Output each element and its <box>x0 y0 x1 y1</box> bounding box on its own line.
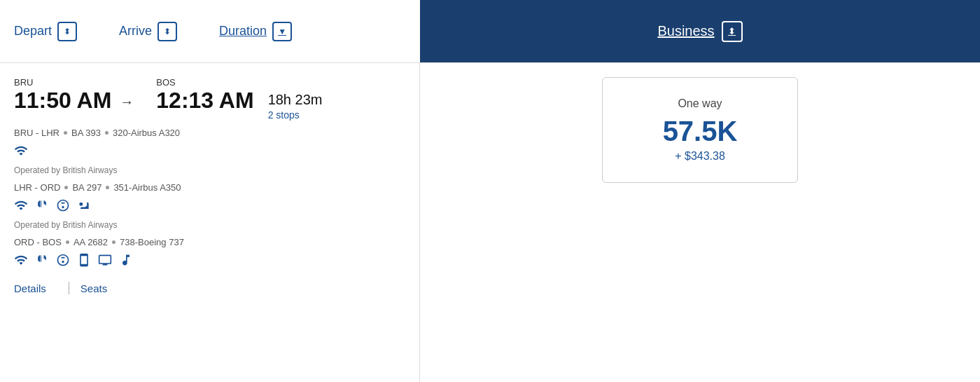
class-selector-panel: Business ⬍ <box>420 0 980 62</box>
business-label: Business <box>657 23 714 39</box>
duration-sort-label: Duration <box>219 24 267 39</box>
depart-section: BRU 11:50 AM <box>14 77 111 114</box>
seats-button[interactable]: Seats <box>80 282 118 294</box>
seg2-flight: BA 297 <box>72 182 102 193</box>
seg2-route: LHR - ORD <box>14 182 60 193</box>
dot-sep <box>64 131 67 135</box>
arrive-sort-button[interactable]: Arrive ⬍ <box>119 22 177 41</box>
price-amount: 57.5K <box>631 116 769 147</box>
power-icon <box>35 198 49 216</box>
segment-row-3: ORD - BOS AA 2682 738-Boeing 737 <box>14 237 405 247</box>
business-sort-icon: ⬍ <box>722 21 743 42</box>
flight-header: BRU 11:50 AM → BOS 12:13 AM 18h 23m 2 st… <box>14 77 405 121</box>
details-button[interactable]: Details <box>14 282 57 294</box>
price-panel: One way 57.5K + $343.38 <box>420 63 980 382</box>
wifi-icon-3 <box>14 253 28 271</box>
arrive-sort-icon: ⬍ <box>158 22 177 41</box>
segment-row-1: BRU - LHR BA 393 320-Airbus A320 <box>14 128 405 138</box>
duration-section: 18h 23m 2 stops <box>268 77 323 121</box>
arrive-sort-label: Arrive <box>119 24 152 39</box>
duration-sort-icon: ▼ <box>272 22 292 41</box>
top-bar: Depart ⬍ Arrive ⬍ Duration ▼ Business ⬍ <box>0 0 980 63</box>
seg3-amenities <box>14 253 405 271</box>
seg1-flight: BA 393 <box>71 128 101 138</box>
seg3-route: ORD - BOS <box>14 237 62 247</box>
price-card: One way 57.5K + $343.38 <box>602 77 798 183</box>
duration-sort-button[interactable]: Duration ▼ <box>219 22 292 41</box>
arrive-time: 12:13 AM <box>156 88 253 114</box>
seg1-amenities <box>14 144 405 161</box>
seg1-aircraft: 320-Airbus A320 <box>113 128 180 138</box>
seg2-operated-by: Operated by British Airways <box>14 220 405 230</box>
dot-sep <box>66 240 69 244</box>
segment-row-2: LHR - ORD BA 297 351-Airbus A350 <box>14 182 405 193</box>
arrive-section: BOS 12:13 AM <box>156 77 253 114</box>
dot-sep <box>106 186 109 189</box>
seat-icon <box>77 198 91 216</box>
flight-action-links: Details Seats <box>14 282 405 294</box>
depart-time: 11:50 AM <box>14 88 111 114</box>
dot-sep <box>64 186 68 189</box>
depart-sort-button[interactable]: Depart ⬍ <box>14 22 77 41</box>
depart-airport-code: BRU <box>14 77 111 88</box>
main-content: BRU 11:50 AM → BOS 12:13 AM 18h 23m 2 st… <box>0 63 980 382</box>
business-sort-button[interactable]: Business ⬍ <box>657 21 742 42</box>
power-icon-2 <box>35 253 49 271</box>
mobile-icon <box>77 253 91 271</box>
usb-icon-2 <box>56 253 70 271</box>
music-icon <box>119 253 133 271</box>
sort-controls: Depart ⬍ Arrive ⬍ Duration ▼ <box>0 22 420 41</box>
seg1-operated-by: Operated by British Airways <box>14 165 405 175</box>
dot-sep <box>112 240 115 244</box>
price-surcharge: + $343.38 <box>631 150 769 163</box>
tv-icon <box>98 253 112 271</box>
seg1-route: BRU - LHR <box>14 128 59 138</box>
link-divider <box>69 282 69 294</box>
seg3-aircraft: 738-Boeing 737 <box>120 237 184 247</box>
arrow-icon: → <box>120 94 134 110</box>
depart-sort-label: Depart <box>14 24 52 39</box>
depart-sort-icon: ⬍ <box>57 22 77 41</box>
wifi-icon-2 <box>14 198 28 216</box>
seg2-amenities <box>14 198 405 216</box>
wifi-icon <box>14 144 28 161</box>
flight-panel: BRU 11:50 AM → BOS 12:13 AM 18h 23m 2 st… <box>0 63 420 382</box>
usb-icon <box>56 198 70 216</box>
seg3-flight: AA 2682 <box>74 237 108 247</box>
stops-label: 2 stops <box>268 109 323 121</box>
duration-value: 18h 23m <box>268 92 323 108</box>
one-way-label: One way <box>631 97 769 110</box>
dot-sep <box>105 131 108 135</box>
arrive-airport-code: BOS <box>156 77 253 88</box>
seg2-aircraft: 351-Airbus A350 <box>113 182 181 193</box>
duration-spacer <box>268 77 323 88</box>
